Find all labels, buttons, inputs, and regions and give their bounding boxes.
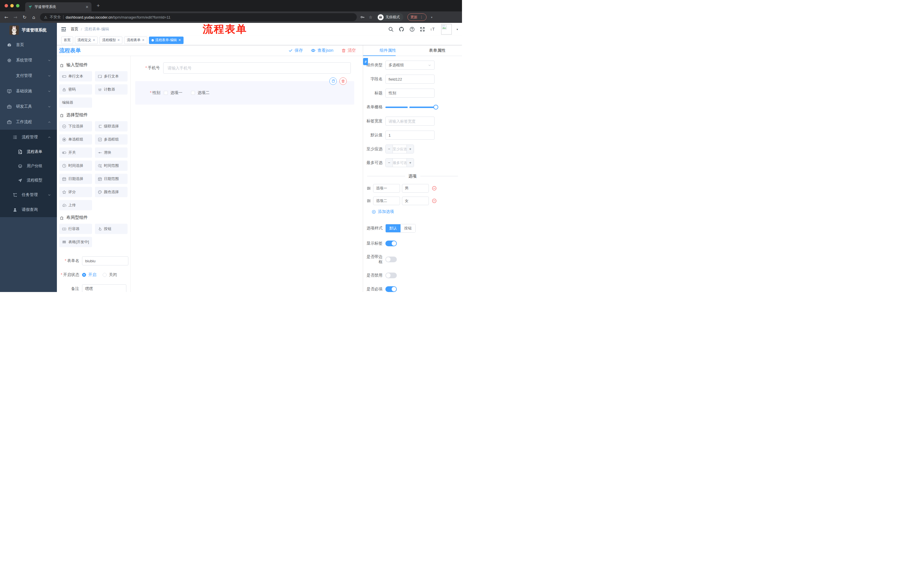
tag-close-icon[interactable]: ✕ [142,38,144,42]
fullscreen-icon[interactable] [420,26,425,32]
palette-item[interactable]: 开关 [59,147,92,158]
window-minimize-button[interactable] [10,4,14,7]
user-avatar[interactable] [441,24,452,35]
tag-close-icon[interactable]: ✕ [92,38,95,42]
stepper-plus-button[interactable]: + [406,145,414,153]
phone-field-input[interactable] [163,62,351,74]
sidebar-item[interactable]: 系统管理 [0,53,57,68]
sidebar-item[interactable]: 流程表单 [0,145,57,159]
option-name-input[interactable] [373,184,400,192]
tab-component-props[interactable]: 组件属性 [363,45,412,56]
view-json-button[interactable]: 查看json [311,48,333,53]
sidebar-item[interactable]: 请假查询 [0,202,57,217]
address-bar[interactable]: ⚠ 不安全 dashboard.yudao.iocoder.cn/bpm/man… [40,13,357,21]
style-button-option[interactable]: 按钮 [401,224,416,232]
url-text[interactable]: dashboard.yudao.iocoder.cn/bpm/manager/f… [66,15,171,20]
palette-item[interactable]: 行容器 [59,224,92,234]
font-size-icon[interactable] [430,26,436,32]
palette-item[interactable]: 表格[开发中] [59,237,92,247]
palette-item[interactable]: 颜色选择 [95,187,128,197]
tag-close-icon[interactable]: ✕ [117,38,120,42]
title-input[interactable] [385,89,434,98]
palette-item[interactable]: 时间选择 [59,161,92,171]
default-value-input[interactable] [385,131,434,140]
sidebar-collapse-icon[interactable] [61,26,66,32]
sidebar-item[interactable]: 支付管理 [0,68,57,84]
sidebar-item[interactable]: 任务管理 [0,188,57,202]
palette-item[interactable]: 密码 [59,84,92,95]
avatar-caret-icon[interactable]: ▾ [457,28,458,31]
breadcrumb-home[interactable]: 首页 [71,26,78,32]
toggle-switch[interactable] [385,257,397,262]
window-zoom-button[interactable] [16,4,20,7]
forward-icon[interactable]: → [13,15,18,20]
search-icon[interactable] [388,26,394,32]
drag-handle-icon[interactable] [366,186,371,191]
help-icon[interactable] [409,26,415,32]
palette-item[interactable]: 多选框组 [95,134,128,145]
slider-track[interactable] [385,107,436,108]
palette-item[interactable]: 日期范围 [95,174,128,184]
palette-item[interactable]: 时间范围 [95,161,128,171]
tag-chip[interactable]: 流程模型 ✕ [99,36,122,44]
field-name-input[interactable] [385,74,434,84]
form-remark-textarea[interactable]: 嘿嘿 [82,284,126,292]
window-close-button[interactable] [5,4,8,7]
palette-item[interactable]: 计数器 [95,84,128,95]
selected-component-block[interactable]: 性别 选项一 选项二 [135,81,354,105]
stepper-minus-button[interactable]: − [386,159,393,167]
drag-handle-icon[interactable] [366,199,371,203]
tag-chip[interactable]: 流程定义 ✕ [75,36,98,44]
palette-item[interactable]: 日期选择 [59,174,92,184]
palette-item[interactable]: 单行文本 [59,71,92,81]
chrome-menu-dots-icon[interactable]: ⋮ [420,15,423,19]
option-value-input[interactable] [402,184,429,192]
sidebar-item[interactable]: 基础设施 [0,84,57,99]
grid-slider[interactable] [385,102,436,112]
window-controls[interactable] [5,4,20,7]
phone-field-row[interactable]: 手机号 [135,62,355,74]
toggle-switch[interactable] [385,286,397,292]
stepper-minus-button[interactable]: − [386,145,393,153]
status-on-radio[interactable]: 开启 [82,272,96,277]
home-icon[interactable]: ⌂ [31,15,36,20]
palette-item[interactable]: 单选框组 [59,134,92,145]
toggle-switch[interactable] [385,240,397,246]
add-option-button[interactable]: 添加选项 [372,209,462,214]
reload-icon[interactable]: ↻ [22,15,28,20]
option-name-input[interactable] [373,197,400,205]
palette-item[interactable]: 评分 [59,187,92,197]
form-name-input[interactable] [82,256,129,265]
status-off-radio[interactable]: 关闭 [96,272,117,277]
tag-close-icon[interactable]: ✕ [178,38,181,42]
remove-option-button[interactable] [432,198,437,204]
tag-chip[interactable]: 首页 [61,36,73,44]
style-default-option[interactable]: 默认 [386,224,401,232]
toggle-switch[interactable] [385,273,397,278]
sidebar-brand[interactable]: 芋道管理系统 [0,23,57,37]
remove-option-button[interactable] [432,186,437,191]
security-warning-icon[interactable]: ⚠ [44,15,48,20]
sidebar-item[interactable]: 研发工具 [0,99,57,114]
checkbox-option[interactable]: 选项一 [164,90,182,95]
github-icon[interactable] [399,26,404,32]
max-checked-input[interactable] [393,159,406,167]
checkbox-option[interactable]: 选项二 [191,90,210,95]
sidebar-item[interactable]: 流程模型 [0,173,57,188]
tag-chip[interactable]: 流程表单 ✕ [124,36,147,44]
new-tab-button[interactable]: + [97,3,100,9]
option-value-input[interactable] [402,197,429,205]
sidebar-item[interactable]: 首页 [0,37,57,53]
palette-item[interactable]: 多行文本 [95,71,128,81]
field-link-tag[interactable] [363,58,368,65]
min-checked-input[interactable] [393,145,406,153]
chrome-update-button[interactable]: 更新 ⋮ [408,13,427,21]
back-icon[interactable]: ← [3,15,9,20]
palette-item[interactable]: 级联选择 [95,121,128,132]
palette-item[interactable]: 滑块 [95,147,128,158]
slider-handle[interactable] [433,105,438,110]
copy-component-button[interactable] [329,77,337,85]
sidebar-item[interactable]: 用户分组 [0,159,57,173]
label-width-input[interactable] [385,117,434,126]
save-button[interactable]: 保存 [289,48,303,53]
